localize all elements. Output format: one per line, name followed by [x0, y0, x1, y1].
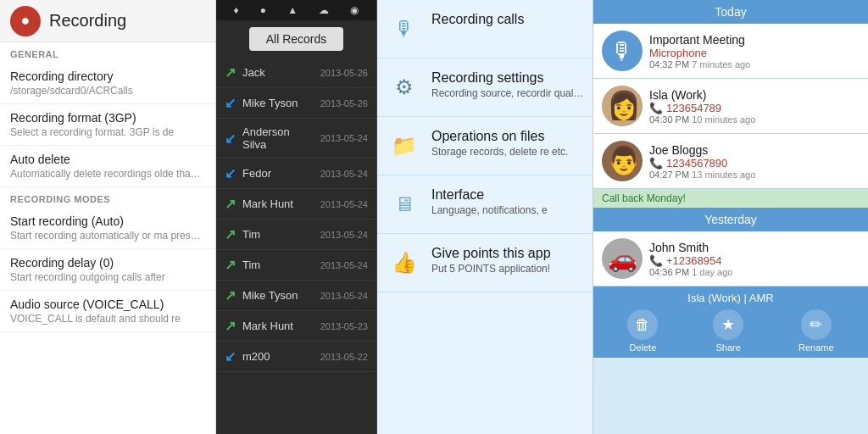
- avatar: [602, 86, 643, 126]
- battery-icon: ▲: [287, 4, 298, 16]
- call-name: John Smith: [649, 241, 860, 254]
- setting-item[interactable]: Auto delete Automatically delete recordi…: [0, 146, 215, 187]
- record-item[interactable]: ↙ Fedor 2013-05-24: [216, 159, 376, 189]
- menu-text: Recording settings Recording source, rec…: [431, 70, 584, 99]
- setting-title: Recording delay (0): [10, 256, 205, 270]
- record-date: 2013-05-24: [320, 199, 368, 209]
- record-date: 2013-05-26: [320, 98, 368, 108]
- menu-title: Operations on files: [431, 129, 568, 144]
- record-name: Anderson Silva: [242, 125, 314, 151]
- call-item[interactable]: 🎙 Important Meeting Microphone 04:32 PM …: [593, 24, 868, 79]
- setting-item[interactable]: Recording delay (0) Start recording outg…: [0, 249, 215, 291]
- record-date: 2013-05-24: [320, 230, 368, 240]
- menu-icon: 👍: [387, 246, 421, 280]
- record-item[interactable]: ↙ Mike Tyson 2013-05-26: [216, 88, 376, 119]
- record-name: Mark Hunt: [242, 320, 314, 332]
- menu-icon: ⚙: [387, 70, 421, 104]
- yesterday-header: Yesterday: [593, 208, 868, 231]
- menu-icon: 🎙: [387, 12, 421, 46]
- setting-item[interactable]: Recording format (3GP) Select a recordin…: [0, 104, 215, 146]
- call-info: John Smith 📞 +12368954 04:36 PM 1 day ag…: [649, 241, 860, 277]
- call-number: 📞 1234567890: [649, 157, 860, 170]
- call-ago: 10 minutes ago: [692, 114, 755, 125]
- menu-title: Recording calls: [431, 12, 524, 27]
- record-item[interactable]: ↗ Mark Hunt 2013-05-23: [216, 311, 376, 342]
- menu-icon: 📁: [387, 129, 421, 163]
- avatar: 🎙: [602, 31, 643, 71]
- delete-icon: 🗑: [627, 309, 658, 340]
- record-item[interactable]: ↗ Mike Tyson 2013-05-24: [216, 281, 376, 311]
- record-name: Tim: [242, 228, 314, 241]
- direction-icon: ↗: [225, 257, 236, 273]
- call-time: 04:30 PM 10 minutes ago: [649, 114, 860, 125]
- menu-item[interactable]: 🎙 Recording calls: [377, 0, 593, 58]
- calllog-panel: Today 🎙 Important Meeting Microphone 04:…: [593, 0, 868, 434]
- setting-desc: VOICE_CALL is default and should re: [10, 313, 205, 325]
- record-date: 2013-05-26: [320, 68, 368, 78]
- settings-header: ● Recording: [0, 0, 215, 42]
- setting-item[interactable]: Recording directory /storage/sdcard0/ACR…: [0, 63, 215, 104]
- record-name: Mike Tyson: [242, 289, 314, 302]
- record-name: Fedor: [242, 167, 314, 180]
- call-info: Important Meeting Microphone 04:32 PM 7 …: [649, 33, 860, 70]
- share-icon: ★: [713, 309, 743, 340]
- menu-text: Interface Language, notifications, e: [431, 187, 548, 216]
- record-item[interactable]: ↙ m200 2013-05-22: [216, 342, 376, 372]
- call-item[interactable]: Isla (Work) 📞 123654789 04:30 PM 10 minu…: [593, 79, 868, 134]
- call-item[interactable]: 🚗 John Smith 📞 +12368954 04:36 PM 1 day …: [593, 231, 868, 287]
- menu-item[interactable]: 🖥 Interface Language, notifications, e: [377, 175, 593, 234]
- setting-item[interactable]: Audio source (VOICE_CALL) VOICE_CALL is …: [0, 291, 215, 332]
- menu-item[interactable]: 👍 Give points this app Put 5 POINTS appl…: [377, 234, 593, 292]
- call-ago: 1 day ago: [692, 267, 732, 277]
- direction-icon: ↗: [225, 287, 236, 303]
- sound-icon: ☁: [319, 4, 329, 16]
- direction-icon: ↙: [225, 95, 236, 111]
- menu-title: Recording settings: [431, 70, 584, 86]
- record-name: Mike Tyson: [242, 97, 314, 109]
- calllog-footer: Isla (Work) | AMR 🗑 Delete ★ Share ✏ Ren…: [593, 287, 868, 358]
- record-item[interactable]: ↗ Tim 2013-05-24: [216, 250, 376, 281]
- today-header: Today: [593, 0, 868, 24]
- menu-desc: Storage records, delete re etc.: [431, 146, 568, 158]
- all-records-button[interactable]: All Records: [249, 27, 344, 51]
- call-number: 📞 123654789: [649, 102, 860, 114]
- call-info: Isla (Work) 📞 123654789 04:30 PM 10 minu…: [649, 88, 860, 125]
- record-name: Mark Hunt: [242, 198, 314, 210]
- call-name: Important Meeting: [649, 33, 860, 47]
- record-item[interactable]: ↗ Tim 2013-05-24: [216, 220, 376, 250]
- menu-item[interactable]: 📁 Operations on files Storage records, d…: [377, 117, 593, 175]
- menu-item[interactable]: ⚙ Recording settings Recording source, r…: [377, 58, 593, 117]
- setting-desc: Start recording outgoing calls after: [10, 271, 205, 283]
- record-item[interactable]: ↗ Jack 2013-05-26: [216, 58, 376, 88]
- call-time: 04:27 PM 13 minutes ago: [649, 170, 860, 180]
- records-panel: ♦ ● ▲ ☁ ◉ All Records ↗ Jack 2013-05-26 …: [216, 0, 377, 434]
- record-name: m200: [242, 350, 314, 363]
- direction-icon: ↗: [225, 64, 236, 81]
- app-title: Recording: [49, 11, 126, 31]
- menu-desc: Recording source, recordir quality, etc.: [431, 87, 584, 99]
- call-ago: 7 minutes ago: [692, 59, 750, 70]
- section-label: GENERAL: [0, 42, 215, 63]
- menu-panel: 🎙 Recording calls ⚙ Recording settings R…: [377, 0, 593, 434]
- usb-icon: ♦: [234, 4, 239, 16]
- menu-text: Give points this app Put 5 POINTS applic…: [431, 246, 551, 275]
- direction-icon: ↗: [225, 226, 236, 242]
- rename-icon: ✏: [801, 309, 832, 340]
- setting-item[interactable]: Start recording (Auto) Start recording a…: [0, 208, 215, 249]
- records-header: All Records: [216, 20, 376, 58]
- footer-share-button[interactable]: ★ Share: [713, 309, 743, 353]
- record-item[interactable]: ↗ Mark Hunt 2013-05-24: [216, 189, 376, 220]
- share-label: Share: [716, 342, 741, 353]
- direction-icon: ↙: [225, 348, 236, 364]
- footer-rename-button[interactable]: ✏ Rename: [798, 309, 834, 353]
- call-info: Joe Bloggs 📞 1234567890 04:27 PM 13 minu…: [649, 143, 860, 180]
- footer-delete-button[interactable]: 🗑 Delete: [627, 309, 658, 353]
- record-item[interactable]: ↙ Anderson Silva 2013-05-24: [216, 119, 376, 159]
- call-item[interactable]: Joe Bloggs 📞 1234567890 04:27 PM 13 minu…: [593, 134, 868, 189]
- record-name: Tim: [242, 259, 314, 271]
- menu-icon: 🖥: [387, 187, 421, 221]
- record-date: 2013-05-24: [320, 169, 368, 179]
- rename-label: Rename: [798, 342, 834, 353]
- avatar: [602, 141, 643, 181]
- setting-title: Recording format (3GP): [10, 111, 205, 125]
